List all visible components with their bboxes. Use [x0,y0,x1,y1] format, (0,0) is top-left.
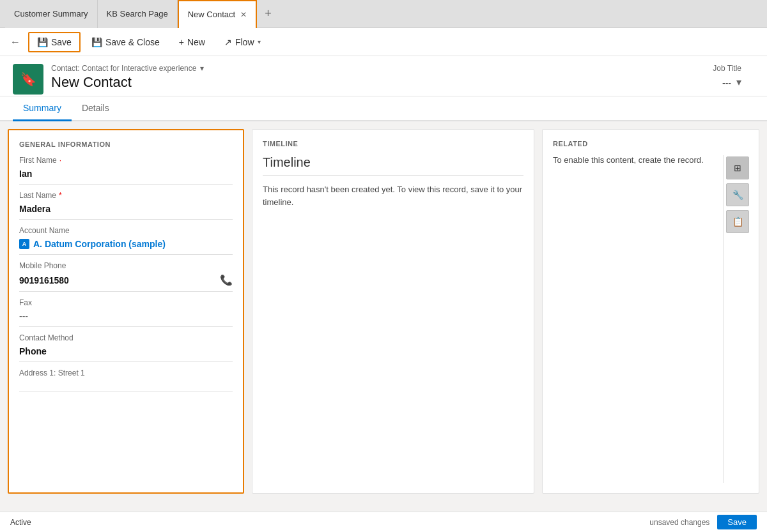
timeline-title: TIMELINE [263,140,523,148]
record-title: New Contact [51,74,713,91]
related-actions: ⊞ 🔧 📋 [723,155,748,483]
document-icon: 📋 [732,217,743,227]
last-name-value[interactable]: Madera [19,201,233,220]
avatar: 🔖 [13,64,43,95]
grid-view-icon: ⊞ [734,163,741,173]
related-panel: RELATED To enable this content, create t… [542,129,759,494]
tab-summary[interactable]: Summary [13,96,72,121]
breadcrumb-text: Contact: Contact for Interactive experie… [51,64,196,73]
new-button[interactable]: + New [171,33,213,52]
flow-label: Flow [235,37,254,47]
contact-method-value[interactable]: Phone [19,344,233,362]
back-button[interactable]: ← [5,33,26,52]
tab-label: New Contact [188,10,235,19]
first-name-optional: · [59,156,61,165]
status-bar: Active unsaved changes Save [0,512,767,532]
new-label: New [187,37,205,47]
toolbar: ← 💾 Save 💾 Save & Close + New ↗ Flow ▾ [0,28,767,56]
new-icon: + [179,37,184,47]
tab-kb-search[interactable]: KB Search Page [98,0,178,28]
tab-label: Customer Summary [14,9,88,19]
flow-dropdown-icon: ▾ [258,38,261,45]
contact-method-label: Contact Method [19,333,233,342]
unsaved-changes-label: unsaved changes [649,518,709,527]
fax-label: Fax [19,298,233,307]
tab-bar: Customer Summary KB Search Page New Cont… [0,0,767,28]
phone-icon[interactable]: 📞 [220,274,233,286]
account-name-value[interactable]: A A. Datum Corporation (sample) [19,236,233,255]
save-close-button[interactable]: 💾 Save & Close [83,33,168,52]
wrench-icon: 🔧 [732,190,743,200]
address-street-field: Address 1: Street 1 [19,369,233,391]
record-info: Contact: Contact for Interactive experie… [51,64,713,96]
close-icon[interactable]: ✕ [240,10,247,19]
tab-summary-label: Summary [23,103,61,113]
save-icon: 💾 [37,37,48,47]
tab-details[interactable]: Details [72,96,120,121]
breadcrumb-chevron-icon[interactable]: ▾ [200,64,204,73]
contact-method-field: Contact Method Phone [19,333,233,362]
main-content: GENERAL INFORMATION First Name · Ian Las… [0,121,767,501]
job-title-chevron-icon[interactable]: ▾ [736,76,741,88]
last-name-field: Last Name * Madera [19,191,233,220]
save-close-label: Save & Close [105,37,160,47]
grid-view-button[interactable]: ⊞ [726,156,749,179]
section-tabs: Summary Details [0,96,767,121]
tab-customer-summary[interactable]: Customer Summary [5,0,98,28]
related-layout: To enable this content, create the recor… [553,155,748,483]
save-close-icon: 💾 [91,37,102,47]
timeline-heading: Timeline [263,155,523,170]
mobile-phone-value[interactable]: 9019161580 📞 [19,271,233,292]
status-label: Active [10,518,31,527]
last-name-required: * [59,191,62,200]
account-name-label: Account Name [19,226,233,235]
related-message: To enable this content, create the recor… [553,155,723,483]
mobile-phone-field: Mobile Phone 9019161580 📞 [19,261,233,292]
status-save-button[interactable]: Save [717,515,757,529]
job-title-value: --- [722,78,731,88]
job-title-label: Job Title [713,64,741,73]
flow-button[interactable]: ↗ Flow ▾ [216,33,269,52]
timeline-divider [263,175,523,176]
address-street-label: Address 1: Street 1 [19,369,233,377]
add-tab-button[interactable]: + [257,7,279,20]
avatar-icon: 🔖 [20,72,36,87]
general-info-title: GENERAL INFORMATION [19,141,233,148]
timeline-note: This record hasn't been created yet. To … [263,183,523,208]
breadcrumb: Contact: Contact for Interactive experie… [51,64,713,73]
account-icon: A [19,239,29,249]
save-label: Save [51,37,72,47]
document-button[interactable]: 📋 [726,210,749,233]
general-information-panel: GENERAL INFORMATION First Name · Ian Las… [8,129,244,494]
record-header: 🔖 Contact: Contact for Interactive exper… [0,56,767,96]
timeline-panel: TIMELINE Timeline This record hasn't bee… [252,129,534,494]
first-name-label: First Name · [19,156,233,165]
first-name-field: First Name · Ian [19,156,233,185]
last-name-label: Last Name * [19,191,233,200]
account-name-field: Account Name A A. Datum Corporation (sam… [19,226,233,255]
flow-icon: ↗ [224,37,232,47]
tab-new-contact[interactable]: New Contact ✕ [178,0,257,28]
fax-field: Fax --- [19,298,233,327]
save-button[interactable]: 💾 Save [28,32,81,52]
fax-value[interactable]: --- [19,308,233,327]
related-title: RELATED [553,140,748,148]
tab-details-label: Details [82,103,109,113]
first-name-value[interactable]: Ian [19,166,233,185]
job-title-section: Job Title --- ▾ [713,64,754,88]
address-street-value[interactable] [19,379,233,391]
wrench-button[interactable]: 🔧 [726,183,749,206]
tab-label: KB Search Page [107,9,168,19]
mobile-phone-label: Mobile Phone [19,261,233,270]
